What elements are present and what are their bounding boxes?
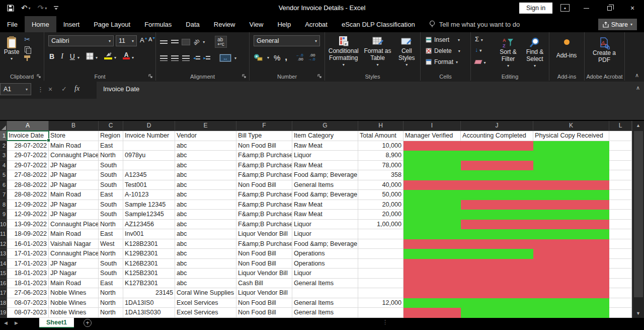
row-header-1[interactable]: 1 xyxy=(0,131,7,141)
cell[interactable]: North xyxy=(99,298,123,308)
cell[interactable] xyxy=(533,308,609,318)
cancel-entry-icon[interactable]: × xyxy=(48,85,52,93)
cell[interactable]: 358 xyxy=(358,170,404,180)
formula-input-area-expanded[interactable] xyxy=(0,99,644,120)
comma-style-icon[interactable]: , xyxy=(285,52,287,62)
menu-tab-data[interactable]: Data xyxy=(179,16,206,32)
cell[interactable]: 08-07-2023 xyxy=(7,308,49,318)
cell[interactable]: 8,900 xyxy=(358,151,404,161)
cell[interactable] xyxy=(609,190,632,200)
cell[interactable]: abc xyxy=(175,200,236,210)
cell[interactable]: F&amp;B Purchase xyxy=(236,151,292,161)
save-icon[interactable] xyxy=(7,5,14,12)
cell[interactable] xyxy=(292,288,358,298)
cell[interactable]: General Items xyxy=(292,279,358,289)
cell[interactable]: Region xyxy=(99,131,123,141)
row-header-5[interactable]: 5 xyxy=(0,170,7,180)
cell[interactable]: Non Food Bill xyxy=(236,249,292,259)
cell[interactable]: Total Amount xyxy=(358,131,404,141)
cell[interactable]: North xyxy=(99,308,123,318)
menu-tab-acrobat[interactable]: Acrobat xyxy=(298,16,335,32)
column-header-I[interactable]: I xyxy=(404,121,461,131)
cell[interactable]: Noble Wines xyxy=(49,298,99,308)
format-as-table-button[interactable]: Format as Table ▾ xyxy=(362,32,393,72)
row-header-13[interactable]: 13 xyxy=(0,249,7,259)
cell[interactable]: East xyxy=(99,141,123,151)
cell[interactable]: West xyxy=(99,239,123,249)
sort-filter-button[interactable]: AZ Sort & Filter ▾ xyxy=(495,34,521,70)
cell[interactable]: 17-01-2023 xyxy=(7,259,49,269)
cell[interactable] xyxy=(404,239,461,249)
format-painter-icon[interactable] xyxy=(24,55,30,61)
bold-button[interactable]: B xyxy=(49,52,54,60)
font-dialog-launcher[interactable] xyxy=(148,74,153,79)
cell[interactable] xyxy=(461,161,533,171)
cell[interactable] xyxy=(533,210,609,220)
redo-button[interactable]: ↷▾ xyxy=(38,4,47,13)
cell[interactable]: Coral Wine Supplies xyxy=(175,288,236,298)
cell[interactable] xyxy=(358,269,404,279)
cell[interactable]: Non Food Bill xyxy=(236,259,292,269)
cell[interactable]: 18-09-2022 xyxy=(7,229,49,239)
cell[interactable]: Inv001 xyxy=(123,229,175,239)
cell[interactable]: 1DA13IS030 xyxy=(123,308,175,318)
cell[interactable]: abc xyxy=(175,220,236,230)
cell[interactable] xyxy=(609,151,632,161)
cell[interactable] xyxy=(461,259,533,269)
cell[interactable] xyxy=(609,288,632,298)
cell[interactable] xyxy=(358,279,404,289)
cell[interactable]: Store xyxy=(49,131,99,141)
sheet-tab-sheet1[interactable]: Sheet1 xyxy=(39,318,74,328)
font-color-caret-icon[interactable]: ▾ xyxy=(132,55,134,60)
cell[interactable]: East xyxy=(99,279,123,289)
cell[interactable]: abc xyxy=(175,259,236,269)
cell[interactable]: A12345 xyxy=(123,170,175,180)
row-header-3[interactable]: 3 xyxy=(0,151,7,161)
cell[interactable] xyxy=(461,210,533,220)
undo-caret-icon[interactable]: ▾ xyxy=(29,6,31,11)
cell[interactable] xyxy=(404,200,461,210)
column-header-E[interactable]: E xyxy=(175,121,236,131)
column-header-C[interactable]: C xyxy=(99,121,123,131)
formula-bar-collapse-icon[interactable]: ∧ xyxy=(636,85,640,91)
cell[interactable] xyxy=(533,298,609,308)
cell[interactable]: Liquor Vendor Bill xyxy=(236,269,292,279)
cell[interactable]: Connaught Place xyxy=(49,249,99,259)
cell[interactable] xyxy=(404,151,461,161)
close-button[interactable]: × xyxy=(621,0,644,16)
cell[interactable]: South xyxy=(99,161,123,171)
cell[interactable] xyxy=(533,170,609,180)
cell[interactable]: Liquor Vendor Bill xyxy=(236,288,292,298)
cell[interactable] xyxy=(461,190,533,200)
cell[interactable] xyxy=(533,279,609,289)
cell[interactable]: Raw Meat xyxy=(292,161,358,171)
cell[interactable] xyxy=(609,249,632,259)
cell[interactable]: East xyxy=(99,229,123,239)
cell[interactable]: Main Road xyxy=(49,190,99,200)
cell[interactable]: F&amp;B Purchase xyxy=(236,200,292,210)
formula-input-area[interactable] xyxy=(97,82,644,99)
column-header-F[interactable]: F xyxy=(236,121,292,131)
select-all-corner[interactable] xyxy=(0,121,7,131)
cell[interactable]: Main Road xyxy=(49,229,99,239)
tab-splitter-icon[interactable]: ⋮ xyxy=(382,319,388,325)
cell[interactable] xyxy=(609,259,632,269)
cell[interactable] xyxy=(404,190,461,200)
cell[interactable] xyxy=(533,220,609,230)
fill-button[interactable]: ↓ ▾ xyxy=(475,46,486,53)
cell[interactable] xyxy=(609,161,632,171)
cell[interactable] xyxy=(461,151,533,161)
merge-caret-icon[interactable]: ▾ xyxy=(234,56,236,60)
collapse-ribbon-icon[interactable]: ∧ xyxy=(635,72,639,79)
cell[interactable]: General Items xyxy=(292,180,358,190)
cell[interactable] xyxy=(358,308,404,318)
orientation-icon[interactable]: ab xyxy=(192,37,201,46)
cell[interactable] xyxy=(404,180,461,190)
cell[interactable] xyxy=(461,298,533,308)
cell[interactable]: Item Category xyxy=(292,131,358,141)
cell[interactable]: abc xyxy=(175,239,236,249)
cell[interactable]: Non Food Bill xyxy=(236,298,292,308)
cell[interactable]: abc xyxy=(175,229,236,239)
orientation-caret-icon[interactable]: ▾ xyxy=(203,40,205,44)
cell[interactable] xyxy=(461,288,533,298)
